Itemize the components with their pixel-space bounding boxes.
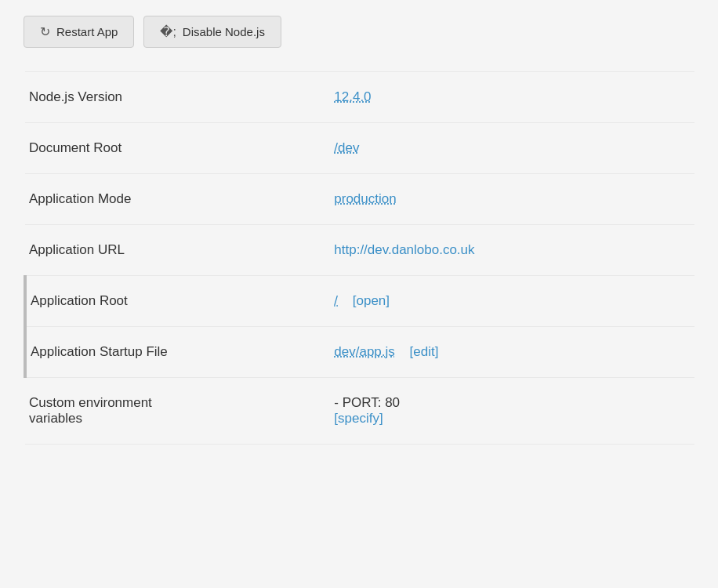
restart-app-label: Restart App	[56, 25, 118, 38]
toolbar: ↻ Restart App �; Disable Node.js	[24, 16, 694, 48]
row-value: /dev	[326, 123, 694, 174]
table-row: Application URL http://dev.danlobo.co.uk	[25, 225, 694, 276]
row-label: Application Root	[25, 276, 326, 327]
row-value: 12.4.0	[326, 72, 694, 123]
table-row: Application Startup File dev/app.js [edi…	[25, 327, 694, 378]
env-specify-link[interactable]: [specify]	[334, 411, 383, 426]
row-label: Application URL	[25, 225, 326, 276]
row-value: production	[326, 174, 694, 225]
application-mode-link[interactable]: production	[334, 191, 396, 206]
row-label: Document Root	[25, 123, 326, 174]
row-value: - PORT: 80 [specify]	[326, 378, 694, 445]
startup-file-link[interactable]: dev/app.js	[334, 344, 395, 359]
row-label: Application Startup File	[25, 327, 326, 378]
row-value: / [open]	[326, 276, 694, 327]
application-root-open-link[interactable]: [open]	[353, 293, 390, 308]
startup-file-edit-link[interactable]: [edit]	[410, 344, 439, 359]
restart-app-button[interactable]: ↻ Restart App	[24, 16, 134, 48]
row-label: Node.js Version	[25, 72, 326, 123]
main-container: ↻ Restart App �; Disable Node.js Node.js…	[0, 0, 718, 460]
nodejs-version-link[interactable]: 12.4.0	[334, 89, 371, 104]
disable-nodejs-button[interactable]: �; Disable Node.js	[143, 16, 281, 48]
table-row: Custom environmentvariables - PORT: 80 […	[25, 378, 694, 445]
row-value: http://dev.danlobo.co.uk	[326, 225, 694, 276]
table-row: Document Root /dev	[25, 123, 694, 174]
application-url-link[interactable]: http://dev.danlobo.co.uk	[334, 242, 474, 257]
restart-icon: ↻	[40, 24, 50, 39]
row-label: Custom environmentvariables	[25, 378, 326, 445]
table-row: Application Mode production	[25, 174, 694, 225]
disable-nodejs-label: Disable Node.js	[183, 25, 265, 38]
application-root-link[interactable]: /	[334, 293, 338, 308]
info-table: Node.js Version 12.4.0 Document Root /de…	[24, 71, 694, 445]
table-row: Node.js Version 12.4.0	[25, 72, 694, 123]
row-value: dev/app.js [edit]	[326, 327, 694, 378]
disable-icon: �;	[160, 24, 176, 39]
row-label: Application Mode	[25, 174, 326, 225]
document-root-link[interactable]: /dev	[334, 140, 359, 155]
env-value-text: - PORT: 80	[334, 395, 400, 410]
table-row: Application Root / [open]	[25, 276, 694, 327]
